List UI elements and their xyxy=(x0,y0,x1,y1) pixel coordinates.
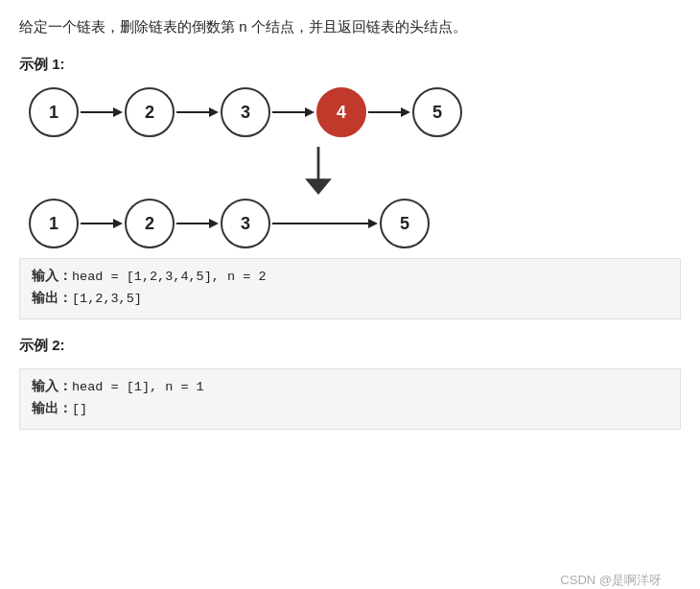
node-before-3: 3 xyxy=(221,87,270,137)
svg-marker-9 xyxy=(305,178,332,195)
node-before-4-deleted: 4 xyxy=(316,87,366,137)
node-before-1: 1 xyxy=(29,87,79,137)
arrow-2-3 xyxy=(176,103,219,122)
node-before-2: 2 xyxy=(125,87,175,137)
arrow-1-2 xyxy=(81,103,123,122)
list-before: 1 2 3 4 5 xyxy=(29,87,681,137)
svg-marker-13 xyxy=(209,219,219,228)
list-after: 1 2 3 5 xyxy=(29,199,681,248)
example1-input-value: head = [1,2,3,4,5], n = 2 xyxy=(72,270,267,284)
example2-input-label: 输入： xyxy=(32,380,72,394)
example1-input-label: 输入： xyxy=(32,270,72,284)
example1-code: 输入：head = [1,2,3,4,5], n = 2 输出：[1,2,3,5… xyxy=(19,258,681,319)
node-before-5: 5 xyxy=(412,87,462,137)
arrow-down-icon xyxy=(299,147,338,195)
node-after-3: 3 xyxy=(221,199,270,248)
page-wrapper: 给定一个链表，删除链表的倒数第 n 个结点，并且返回链表的头结点。 示例 1: … xyxy=(19,15,681,589)
node-after-1: 1 xyxy=(29,199,79,248)
svg-marker-3 xyxy=(209,107,219,117)
example1-section: 示例 1: 1 2 3 4 5 xyxy=(19,56,681,319)
example2-section: 示例 2: 输入：head = [1], n = 1 输出：[] xyxy=(19,337,681,430)
svg-marker-5 xyxy=(305,107,315,117)
example2-title: 示例 2: xyxy=(19,337,681,355)
watermark: CSDN @是啊洋呀 xyxy=(560,572,662,589)
arrow-3-4 xyxy=(272,103,315,122)
arrow-after-1-2 xyxy=(81,214,123,233)
example2-output-value: [] xyxy=(72,402,87,416)
node-after-5: 5 xyxy=(380,199,430,248)
example2-code: 输入：head = [1], n = 1 输出：[] xyxy=(19,368,681,430)
arrow-after-3-5 xyxy=(272,214,378,233)
example1-title: 示例 1: xyxy=(19,56,681,74)
description-text: 给定一个链表，删除链表的倒数第 n 个结点，并且返回链表的头结点。 xyxy=(19,18,467,35)
svg-marker-1 xyxy=(113,107,123,117)
svg-marker-15 xyxy=(368,219,378,228)
svg-marker-11 xyxy=(113,219,123,228)
example1-output-label: 输出： xyxy=(32,292,72,306)
description: 给定一个链表，删除链表的倒数第 n 个结点，并且返回链表的头结点。 xyxy=(19,15,681,38)
node-after-2: 2 xyxy=(125,199,175,248)
arrow-after-2-3 xyxy=(176,214,219,233)
example2-input-value: head = [1], n = 1 xyxy=(72,380,204,394)
arrow-down-area xyxy=(29,147,681,195)
svg-marker-7 xyxy=(401,107,410,117)
example1-output-value: [1,2,3,5] xyxy=(72,292,142,306)
arrow-4-5 xyxy=(368,103,410,122)
example2-output-label: 输出： xyxy=(32,402,72,416)
